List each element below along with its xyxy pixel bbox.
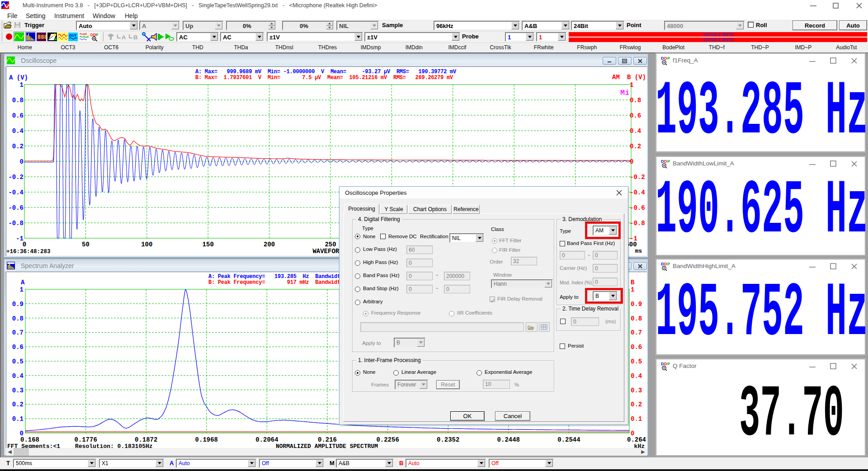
svg-text:0: 0 — [23, 241, 26, 248]
svg-text:1: 1 — [20, 286, 24, 293]
svg-text:B: B — [133, 34, 137, 41]
svg-text:ms: ms — [635, 248, 642, 254]
svg-text:P: P — [667, 262, 670, 266]
svg-text:0.216: 0.216 — [318, 436, 337, 443]
svg-text:A: A — [122, 34, 126, 41]
svg-text:0.2: 0.2 — [12, 401, 24, 408]
svg-text:0.3: 0.3 — [12, 387, 24, 394]
svg-text:100: 100 — [141, 241, 152, 248]
svg-text:193.285 Hz: 193.285 Hz — [656, 69, 866, 153]
svg-text:B: B — [631, 279, 635, 286]
svg-text:+16:36:48:283: +16:36:48:283 — [6, 249, 51, 255]
svg-text:1: 1 — [631, 286, 634, 293]
svg-text:0.5: 0.5 — [631, 358, 642, 365]
svg-text:888: 888 — [38, 34, 46, 41]
svg-text:150: 150 — [203, 241, 214, 248]
svg-text:0.2: 0.2 — [12, 143, 24, 150]
svg-text:0.3: 0.3 — [631, 387, 642, 394]
svg-text:-0.6: -0.6 — [8, 204, 24, 212]
svg-text:0.2064: 0.2064 — [255, 436, 278, 443]
svg-text:0.2352: 0.2352 — [437, 436, 459, 443]
svg-text:0: 0 — [20, 158, 24, 165]
svg-text:0.6: 0.6 — [12, 344, 24, 351]
svg-text:0.4: 0.4 — [12, 372, 24, 380]
svg-text:1: 1 — [630, 81, 633, 89]
svg-text:0.6: 0.6 — [631, 344, 642, 351]
svg-text:D: D — [661, 159, 664, 164]
svg-text:0.1: 0.1 — [631, 415, 642, 423]
svg-text:0.2: 0.2 — [630, 143, 641, 150]
svg-text:0.9: 0.9 — [12, 301, 24, 308]
svg-text:0.4: 0.4 — [631, 372, 642, 380]
svg-text:0.1872: 0.1872 — [135, 436, 157, 443]
svg-text:0.8: 0.8 — [631, 315, 642, 322]
svg-text:0.1968: 0.1968 — [195, 436, 218, 443]
svg-text:-0.4: -0.4 — [8, 189, 24, 196]
svg-text:P: P — [667, 362, 670, 366]
svg-text:0.168: 0.168 — [20, 436, 39, 443]
svg-text:0.4: 0.4 — [12, 127, 24, 135]
svg-text:0.2: 0.2 — [631, 401, 642, 408]
svg-text:D: D — [661, 262, 664, 266]
svg-text:0.2256: 0.2256 — [376, 436, 399, 443]
svg-text:0: 0 — [630, 158, 633, 165]
svg-text:0.8: 0.8 — [12, 315, 24, 322]
svg-text:DD: DD — [90, 33, 96, 37]
svg-text:1: 1 — [20, 81, 24, 89]
svg-text:DUT: DUT — [69, 33, 77, 38]
svg-text:-0.2: -0.2 — [8, 174, 24, 181]
svg-text:0.6: 0.6 — [12, 112, 24, 119]
svg-text:A: Max= 999.9689 mV Min= -1: A: Max= 999.9689 mV Min= -1.0000000 V Me… — [195, 69, 457, 75]
svg-text:B (V): B (V) — [627, 74, 646, 81]
svg-text:195.752 Hz: 195.752 Hz — [656, 273, 866, 357]
svg-text:P: P — [96, 33, 99, 37]
svg-text:P: P — [667, 159, 670, 164]
svg-text:D: D — [664, 262, 667, 266]
svg-text:-0.6: -0.6 — [630, 204, 645, 212]
svg-text:0.4: 0.4 — [630, 127, 641, 135]
svg-text:0.264: 0.264 — [627, 436, 646, 443]
svg-text:A: A — [21, 279, 25, 286]
svg-text:P: P — [667, 56, 670, 61]
svg-text:0.9: 0.9 — [631, 301, 642, 308]
svg-text:0.8: 0.8 — [12, 97, 24, 104]
svg-text:D: D — [664, 362, 667, 366]
svg-text:D: D — [661, 56, 664, 61]
svg-text:B: Max= 1.7937601 V Min=: B: Max= 1.7937601 V Min= 7.5 µV Mean= 10… — [195, 75, 453, 81]
svg-text:250: 250 — [325, 241, 336, 248]
svg-text:-0.2: -0.2 — [630, 174, 645, 181]
svg-text:D: D — [664, 159, 667, 164]
svg-text:AM: AM — [612, 74, 620, 81]
svg-text:D: D — [664, 56, 667, 61]
svg-text:D: D — [661, 362, 664, 366]
svg-text:37.70: 37.70 — [739, 374, 844, 456]
svg-text:0.5: 0.5 — [12, 358, 24, 365]
svg-text:0.1: 0.1 — [12, 415, 24, 423]
svg-text:0.7: 0.7 — [12, 329, 24, 336]
svg-text:A (V): A (V) — [9, 74, 28, 81]
svg-text:0.8: 0.8 — [630, 97, 641, 104]
svg-text:WAVEFORM: WAVEFORM — [312, 248, 343, 255]
svg-text:0.2448: 0.2448 — [497, 436, 520, 443]
svg-text:190.625 Hz: 190.625 Hz — [656, 170, 866, 254]
svg-text:-0.8: -0.8 — [630, 220, 645, 227]
svg-text:200: 200 — [264, 241, 275, 248]
svg-text:-0.8: -0.8 — [8, 220, 24, 227]
svg-text:0.1776: 0.1776 — [74, 436, 97, 443]
svg-text:0.7: 0.7 — [631, 329, 642, 336]
svg-text:Mi: Mi — [620, 89, 629, 97]
svg-text:50: 50 — [82, 241, 90, 248]
svg-text:0.6: 0.6 — [630, 112, 641, 119]
svg-text:0.2544: 0.2544 — [557, 436, 580, 443]
svg-text:-0.4: -0.4 — [630, 189, 645, 196]
